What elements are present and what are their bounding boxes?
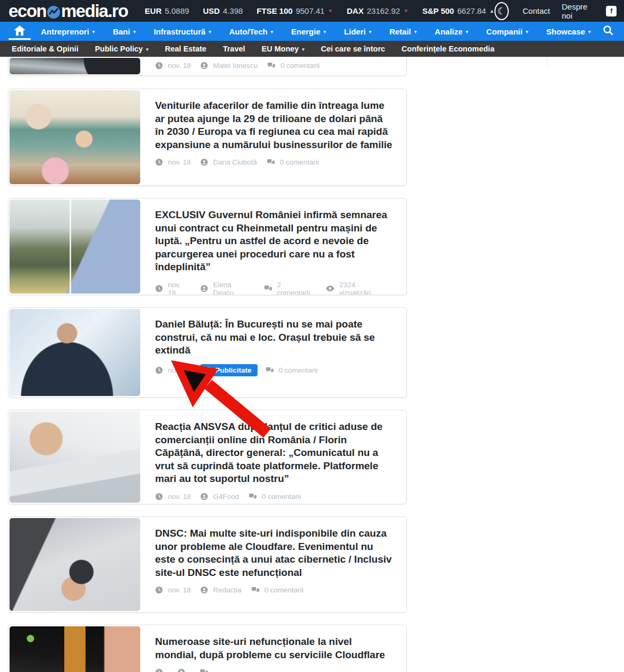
ticker-label: EUR xyxy=(145,6,162,15)
article-title[interactable]: Numeroase site-uri nefuncționale la nive… xyxy=(155,635,394,661)
article-comments[interactable]: 0 comentarii xyxy=(280,158,319,166)
chevron-down-icon: ▾ xyxy=(302,46,305,52)
dark-mode-toggle[interactable]: ☾ xyxy=(494,2,509,20)
subnav-item-cei-care-se-intorc[interactable]: Cei care se întorc xyxy=(321,45,385,53)
nav-item-label: Bani xyxy=(113,27,130,36)
comments-icon xyxy=(251,586,260,594)
article-date: nov. 18 xyxy=(168,158,191,166)
article-body: nov. 18 Matei Ionescu 0 comentarii xyxy=(141,57,406,75)
nav-item-showcase[interactable]: Showcase ▾ xyxy=(537,22,600,41)
sidebar-widget-edge xyxy=(547,57,548,66)
comments-icon xyxy=(266,366,274,374)
nav-item-retail[interactable]: Retail ▾ xyxy=(380,22,425,41)
article-title[interactable]: DNSC: Mai multe site-uri indisponibile d… xyxy=(155,527,394,579)
nav-item-antreprenori[interactable]: Antreprenori ▾ xyxy=(32,22,104,41)
comments-icon xyxy=(249,493,257,501)
ticker-value: 5.0889 xyxy=(165,6,189,15)
main-navigation: Antreprenori ▾ Bani ▾ Infrastructură ▾ A… xyxy=(0,22,624,41)
chevron-down-icon: ▾ xyxy=(92,28,95,35)
article-title[interactable]: Daniel Băluță: În București nu se mai po… xyxy=(155,318,394,357)
ticker-eur: EUR 5.0889 xyxy=(145,6,190,15)
article-author[interactable]: G4Food xyxy=(213,493,239,501)
article-image[interactable] xyxy=(10,58,140,74)
ticker-sp500: S&P 500 6627.84 ▲ xyxy=(422,6,494,15)
nav-item-energie[interactable]: Energie ▾ xyxy=(282,22,335,41)
nav-item-companii[interactable]: Companii ▾ xyxy=(477,22,537,41)
subnav-item-editoriale[interactable]: Editoriale & Opinii xyxy=(12,45,79,53)
nav-item-bani[interactable]: Bani ▾ xyxy=(104,22,144,41)
subnav-item-real-estate[interactable]: Real Estate xyxy=(165,45,206,53)
article-body: Reacția ANSVSA după lanțul de critici ad… xyxy=(141,410,406,504)
article-image[interactable] xyxy=(10,90,140,184)
about-link[interactable]: Despre noi xyxy=(562,2,591,20)
article-author[interactable]: Redacția xyxy=(213,586,241,594)
article-comments[interactable]: 0 comentarii xyxy=(264,586,304,594)
subnav-item-label: Conferințele Economedia xyxy=(401,45,494,53)
ticker-value: 23162.92 xyxy=(367,6,400,15)
ticker-label: S&P 500 xyxy=(422,6,454,15)
article-card[interactable]: Daniel Băluță: În București nu se mai po… xyxy=(8,307,407,398)
article-title[interactable]: Reacția ANSVSA după lanțul de critici ad… xyxy=(155,420,394,486)
publicitate-badge[interactable]: Publicitate xyxy=(200,364,257,376)
ticker-dax: DAX 23162.92 ▼ xyxy=(347,6,408,15)
nav-item-lideri[interactable]: Lideri ▾ xyxy=(335,22,380,41)
comments-icon xyxy=(267,158,275,166)
article-comments[interactable]: 2 comentarii xyxy=(277,281,316,296)
article-author[interactable]: Elena Deacu xyxy=(213,281,254,296)
subnav-item-label: Cei care se întorc xyxy=(321,45,385,53)
ticker-up-icon: ▲ xyxy=(489,8,494,14)
article-image[interactable] xyxy=(10,309,140,396)
article-meta: nov. 18 Publicitate 0 comentarii xyxy=(155,364,394,376)
nav-item-infrastructura[interactable]: Infrastructură ▾ xyxy=(144,22,220,41)
subnav-item-eu-money[interactable]: EU Money ▾ xyxy=(262,45,305,53)
article-title[interactable]: EXCLUSIV Guvernul României infirmă semna… xyxy=(155,209,394,274)
article-date: nov. 18 xyxy=(168,62,191,70)
badge-label: Publicitate xyxy=(215,366,251,374)
ticker-usd: USD 4.398 xyxy=(203,6,243,15)
article-comments[interactable]: 0 comentarii xyxy=(279,366,318,374)
comments-icon xyxy=(264,285,272,292)
ticker-down-icon: ▼ xyxy=(328,8,333,14)
chevron-down-icon: ▾ xyxy=(369,28,372,35)
article-author[interactable]: Dana Ciubotă xyxy=(213,158,257,166)
article-comments[interactable]: 0 comentarii xyxy=(262,493,301,501)
article-image[interactable] xyxy=(10,200,140,294)
facebook-icon[interactable]: f xyxy=(606,6,617,16)
chevron-down-icon: ▾ xyxy=(209,28,211,35)
subnav-item-label: EU Money xyxy=(262,45,299,53)
nav-item-analize[interactable]: Analize ▾ xyxy=(426,22,477,41)
subnav-item-label: Real Estate xyxy=(165,45,206,53)
article-card[interactable]: Veniturile afacerilor de familie din înt… xyxy=(8,89,407,186)
nav-home-tab[interactable] xyxy=(7,22,32,41)
article-body: EXCLUSIV Guvernul României infirmă semna… xyxy=(141,199,406,295)
subnav-item-public-policy[interactable]: Public Policy ▾ xyxy=(95,45,149,53)
nav-item-label: Antreprenori xyxy=(41,27,89,36)
subnav-item-travel[interactable]: Travel xyxy=(223,45,245,53)
nav-item-auto-tech[interactable]: Auto/Tech ▾ xyxy=(220,22,282,41)
article-image[interactable] xyxy=(10,411,140,503)
article-title[interactable]: Veniturile afacerilor de familie din înt… xyxy=(155,99,394,151)
article-author[interactable]: Matei Ionescu xyxy=(213,62,258,70)
search-button[interactable] xyxy=(603,25,613,38)
article-card[interactable]: nov. 18 Matei Ionescu 0 comentarii xyxy=(8,57,407,76)
subnav-item-conferintele[interactable]: Conferințele Economedia xyxy=(401,45,494,53)
article-date: nov. 18 xyxy=(168,586,191,594)
nav-item-label: Auto/Tech xyxy=(229,27,267,36)
article-comments[interactable]: 0 comentarii xyxy=(280,62,320,70)
article-image[interactable] xyxy=(10,626,140,672)
article-card[interactable]: EXCLUSIV Guvernul României infirmă semna… xyxy=(8,198,407,295)
subnav-item-label: Public Policy xyxy=(95,45,143,53)
ticker-ftse: FTSE 100 9507.41 ▼ xyxy=(257,6,333,15)
article-card[interactable]: DNSC: Mai multe site-uri indisponibile d… xyxy=(8,516,407,613)
author-icon xyxy=(177,668,185,672)
clock-icon xyxy=(155,668,163,672)
author-icon xyxy=(200,586,208,594)
article-card[interactable]: Numeroase site-uri nefuncționale la nive… xyxy=(8,625,407,672)
site-logo[interactable]: econ media.ro xyxy=(8,2,128,20)
topbar-right-cluster: ☾ Contact Despre noi f ▶ in xyxy=(494,2,624,20)
article-views: 2324 vizualizări xyxy=(339,281,389,296)
nav-item-label: Infrastructură xyxy=(153,27,206,36)
article-card[interactable]: Reacția ANSVSA după lanțul de critici ad… xyxy=(8,410,407,504)
contact-link[interactable]: Contact xyxy=(523,6,550,15)
article-image[interactable] xyxy=(10,518,140,611)
